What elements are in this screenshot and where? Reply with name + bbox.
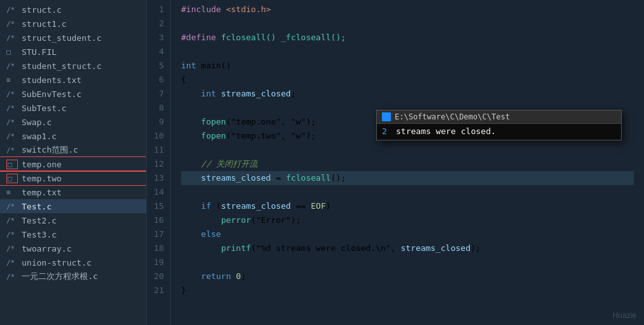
file-type-icon: /*	[6, 231, 18, 239]
sidebar-item-label: union-struct.c	[22, 258, 92, 268]
terminal-line-num: 2	[382, 126, 392, 136]
sidebar-item-student-struct-c[interactable]: /*student_struct.c	[0, 59, 146, 73]
line-number: 14	[147, 185, 164, 199]
line-number: 15	[147, 199, 164, 213]
sidebar-item-switch---c[interactable]: /*switch范围.c	[0, 143, 146, 157]
sidebar-item-label: Test2.c	[22, 216, 57, 225]
file-type-icon: /*	[6, 146, 18, 155]
sidebar-item-struct-c[interactable]: /*struct.c	[0, 3, 146, 17]
code-line: int main()	[181, 59, 634, 73]
sidebar-item-label: students.txt	[22, 75, 82, 85]
sidebar-item-temp-txt[interactable]: ≡temp.txt	[0, 185, 146, 199]
code-line: #define fcloseall() _fcloseall();	[181, 31, 634, 45]
line-number: 9	[147, 115, 164, 129]
sidebar-item-Test2-c[interactable]: /*Test2.c	[0, 213, 146, 227]
sidebar-item-Test-c[interactable]: /*Test.c	[0, 199, 146, 213]
code-line: printf("%d streams were closed.\n", stre…	[181, 241, 634, 255]
sidebar-item-struct1-c[interactable]: /*struct1.c	[0, 17, 146, 31]
line-number: 16	[147, 213, 164, 227]
sidebar-item-temp-two[interactable]: □temp.two	[0, 171, 146, 185]
line-numbers: 123456789101112131415161718192021	[147, 0, 171, 325]
code-line: // 关闭打开流	[181, 157, 634, 171]
line-number: 8	[147, 101, 164, 115]
file-type-icon: /*	[6, 90, 18, 98]
code-line	[181, 255, 634, 269]
sidebar-item-SubTest-c[interactable]: /*SubTest.c	[0, 101, 146, 115]
file-type-icon: /*	[6, 104, 18, 112]
sidebar-item-STU-FIL[interactable]: □STU.FIL	[0, 45, 146, 59]
line-number: 5	[147, 59, 164, 73]
file-type-icon: /*	[6, 245, 18, 253]
sidebar-item-label: temp.txt	[22, 188, 62, 197]
code-editor: 123456789101112131415161718192021 #inclu…	[147, 0, 644, 325]
sidebar-item-Test3-c[interactable]: /*Test3.c	[0, 227, 146, 241]
file-type-icon: /*	[6, 216, 18, 225]
file-type-icon: □	[6, 160, 18, 169]
file-type-icon: /*	[6, 132, 18, 140]
sidebar-item-label: SubEnvTest.c	[22, 89, 82, 99]
file-type-icon: □	[6, 174, 18, 183]
sidebar-item-students-txt[interactable]: ≡students.txt	[0, 73, 146, 87]
sidebar-item-label: 一元二次方程求根.c	[22, 271, 98, 282]
sidebar-item-label: temp.two	[22, 174, 62, 183]
file-type-icon: /*	[6, 62, 18, 70]
terminal-titlebar: E:\Software\C\Demo\C\Test	[377, 110, 621, 124]
sidebar-item-label: Test.c	[22, 202, 52, 211]
line-number: 7	[147, 87, 164, 101]
sidebar-item-label: swap1.c	[22, 132, 57, 141]
file-type-icon: /*	[6, 34, 18, 42]
terminal-title: E:\Software\C\Demo\C\Test	[395, 112, 510, 121]
sidebar-item-label: twoarray.c	[22, 244, 71, 253]
sidebar-item-temp-one[interactable]: □temp.one	[0, 157, 146, 171]
code-line: else	[181, 227, 634, 241]
line-number: 13	[147, 171, 164, 185]
sidebar-item-struct-student-c[interactable]: /*struct_student.c	[0, 31, 146, 45]
sidebar-item-twoarray-c[interactable]: /*twoarray.c	[0, 241, 146, 255]
line-number: 6	[147, 73, 164, 87]
watermark: Huazie	[613, 311, 636, 320]
code-line: #include <stdio.h>	[181, 3, 634, 17]
code-line: return 0;	[181, 269, 634, 283]
sidebar-item-swap1-c[interactable]: /*swap1.c	[0, 129, 146, 143]
line-number: 20	[147, 269, 164, 283]
sidebar-item-SubEnvTest-c[interactable]: /*SubEnvTest.c	[0, 87, 146, 101]
file-type-icon: □	[6, 48, 18, 56]
terminal-output: streams were closed.	[396, 126, 496, 136]
line-number: 19	[147, 255, 164, 269]
sidebar-item-Swap-c[interactable]: /*Swap.c	[0, 115, 146, 129]
sidebar-item-label: Swap.c	[22, 117, 52, 127]
sidebar-item-label: Test3.c	[22, 230, 57, 239]
code-content: #include <stdio.h> #define fcloseall() _…	[171, 0, 644, 325]
line-number: 17	[147, 227, 164, 241]
sidebar-item-label: struct1.c	[22, 19, 66, 29]
sidebar-item-label: SubTest.c	[22, 103, 66, 113]
line-number: 2	[147, 17, 164, 31]
file-type-icon: /*	[6, 118, 18, 126]
sidebar-item-label: temp.one	[22, 160, 62, 169]
sidebar-item-label: struct_student.c	[22, 33, 101, 43]
terminal-popup: E:\Software\C\Demo\C\Test 2 streams were…	[376, 110, 622, 140]
terminal-body: 2 streams were closed.	[377, 124, 621, 140]
sidebar-item-label: struct.c	[22, 5, 62, 15]
file-type-icon: ≡	[6, 76, 18, 84]
code-line: }	[181, 283, 634, 298]
line-number: 4	[147, 45, 164, 59]
line-number: 1	[147, 3, 164, 17]
line-number: 3	[147, 31, 164, 45]
line-number: 10	[147, 129, 164, 143]
code-line: int streams_closed;	[181, 87, 634, 101]
code-line: {	[181, 73, 634, 87]
line-number: 21	[147, 283, 164, 298]
code-line: if (streams_closed == EOF)	[181, 199, 634, 213]
sidebar-item-label: switch范围.c	[22, 144, 78, 156]
sidebar-item----------c[interactable]: /*一元二次方程求根.c	[0, 269, 146, 283]
file-type-icon: /*	[6, 20, 18, 28]
line-number: 11	[147, 143, 164, 157]
sidebar-item-union-struct-c[interactable]: /*union-struct.c	[0, 255, 146, 269]
code-line: streams_closed = fcloseall();	[181, 171, 634, 185]
line-number: 12	[147, 157, 164, 171]
code-line: perror("Error");	[181, 213, 634, 227]
file-type-icon: /*	[6, 6, 18, 14]
code-line	[181, 143, 634, 157]
file-type-icon: /*	[6, 202, 18, 211]
